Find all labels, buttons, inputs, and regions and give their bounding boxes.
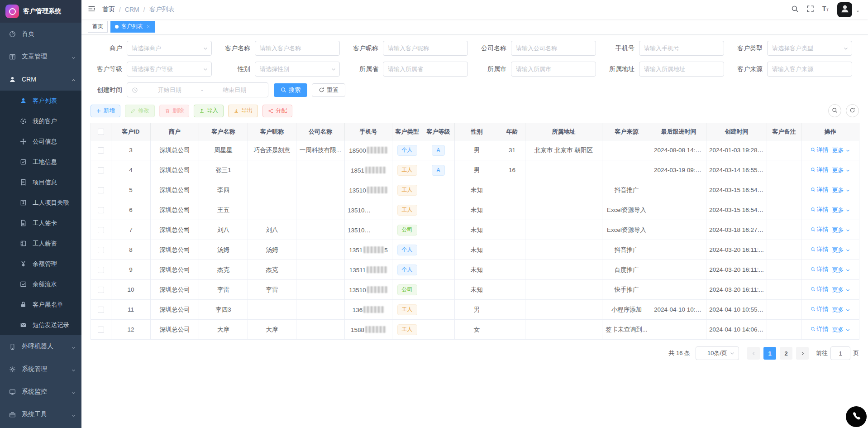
tab-home[interactable]: 首页 — [88, 21, 108, 33]
more-link[interactable]: 更多 — [832, 166, 850, 174]
detail-link[interactable]: 详情 — [811, 146, 829, 154]
app-logo[interactable]: 客户管理系统 — [0, 0, 81, 23]
detail-link[interactable]: 详情 — [811, 305, 829, 313]
created-time-range-picker[interactable]: 开始日期-结束日期 — [127, 82, 268, 97]
sidebar-item-crm[interactable]: CRM — [0, 68, 81, 91]
customer-nickname-input[interactable] — [383, 41, 468, 56]
close-icon[interactable] — [146, 24, 151, 29]
detail-link[interactable]: 详情 — [811, 206, 829, 214]
row-checkbox[interactable] — [98, 327, 104, 333]
sidebar-item-balance-flow[interactable]: 余额流水 — [0, 274, 81, 294]
next-page-button[interactable] — [796, 347, 809, 360]
row-checkbox[interactable] — [98, 247, 104, 253]
customer-level-select[interactable] — [127, 62, 212, 77]
sidebar-item-balance-management[interactable]: 余额管理 — [0, 254, 81, 274]
reset-button[interactable]: 重置 — [312, 83, 345, 97]
customer-source-input[interactable] — [772, 66, 847, 72]
customer-level-input[interactable] — [132, 66, 207, 72]
phone-input[interactable] — [639, 41, 724, 56]
city-input[interactable] — [516, 66, 591, 72]
more-link[interactable]: 更多 — [832, 186, 850, 194]
company-name-input[interactable] — [511, 41, 596, 56]
sidebar-item-system-management[interactable]: 系统管理 — [0, 358, 81, 380]
add-button[interactable]: 新增 — [91, 105, 120, 117]
sidebar-item-worker-sign-card[interactable]: 工人签卡 — [0, 213, 81, 233]
edit-button[interactable]: 修改 — [125, 105, 155, 117]
customer-name-input[interactable] — [260, 45, 335, 52]
detail-link[interactable]: 详情 — [811, 325, 829, 333]
address-input[interactable] — [639, 62, 724, 77]
sidebar-item-company-info[interactable]: 公司信息 — [0, 131, 81, 152]
phone-input[interactable] — [644, 45, 719, 52]
row-checkbox[interactable] — [98, 227, 104, 233]
search-button[interactable] — [791, 5, 799, 14]
row-checkbox[interactable] — [98, 207, 104, 213]
detail-link[interactable]: 详情 — [811, 245, 829, 254]
export-button[interactable]: 导出 — [228, 105, 258, 117]
sidebar-item-system-tools[interactable]: 系统工具 — [0, 403, 81, 426]
font-size-button[interactable]: TT — [822, 5, 830, 14]
row-checkbox[interactable] — [98, 287, 104, 293]
goto-page-input[interactable] — [830, 346, 850, 360]
avatar[interactable] — [837, 2, 852, 17]
row-checkbox[interactable] — [98, 187, 104, 193]
avatar-menu-caret[interactable] — [856, 7, 860, 17]
fullscreen-button[interactable] — [806, 5, 814, 14]
search-submit-button[interactable]: 搜索 — [274, 83, 307, 97]
more-link[interactable]: 更多 — [832, 326, 850, 334]
merchant-select[interactable] — [127, 41, 212, 56]
gender-select[interactable] — [255, 62, 340, 77]
customer-nickname-input[interactable] — [388, 45, 463, 52]
sidebar-item-home[interactable]: 首页 — [0, 23, 81, 45]
customer-type-input[interactable] — [772, 45, 847, 52]
sidebar-item-site-info[interactable]: 工地信息 — [0, 152, 81, 172]
more-link[interactable]: 更多 — [832, 146, 850, 154]
tab-customer-list[interactable]: 客户列表 — [110, 21, 155, 33]
row-checkbox[interactable] — [98, 147, 104, 154]
more-link[interactable]: 更多 — [832, 286, 850, 294]
page-size-select[interactable]: 10条/页 — [696, 346, 739, 360]
more-link[interactable]: 更多 — [832, 306, 850, 314]
refresh-button[interactable] — [846, 104, 859, 117]
more-link[interactable]: 更多 — [832, 226, 850, 234]
address-input[interactable] — [644, 66, 719, 72]
hide-search-button[interactable] — [828, 104, 841, 117]
delete-button[interactable]: 删除 — [159, 105, 189, 117]
select-all-checkbox[interactable] — [98, 129, 104, 135]
page-button-2[interactable]: 2 — [780, 347, 792, 360]
sidebar-item-outbound-robot[interactable]: 外呼机器人 — [0, 335, 81, 358]
more-link[interactable]: 更多 — [832, 266, 850, 274]
page-button-1[interactable]: 1 — [763, 347, 776, 360]
sidebar-item-article-management[interactable]: 文章管理 — [0, 45, 81, 68]
customer-name-input[interactable] — [255, 41, 340, 56]
province-input[interactable] — [383, 62, 468, 77]
province-input[interactable] — [388, 66, 463, 72]
more-link[interactable]: 更多 — [832, 206, 850, 214]
detail-link[interactable]: 详情 — [811, 166, 829, 174]
row-checkbox[interactable] — [98, 167, 104, 173]
sidebar-item-customer-list[interactable]: 客户列表 — [0, 91, 81, 111]
more-link[interactable]: 更多 — [832, 246, 850, 254]
assign-button[interactable]: 分配 — [262, 105, 292, 117]
sidebar-item-worker-project-link[interactable]: 工人项目关联 — [0, 192, 81, 213]
row-checkbox[interactable] — [98, 267, 104, 273]
row-checkbox[interactable] — [98, 307, 104, 313]
detail-link[interactable]: 详情 — [811, 285, 829, 293]
detail-link[interactable]: 详情 — [811, 186, 829, 194]
detail-link[interactable]: 详情 — [811, 265, 829, 274]
sidebar-toggle-button[interactable] — [88, 5, 95, 14]
sidebar-item-project-info[interactable]: 项目信息 — [0, 172, 81, 192]
sidebar-item-worker-salary[interactable]: 工人薪资 — [0, 233, 81, 254]
sidebar-item-system-monitor[interactable]: 系统监控 — [0, 380, 81, 403]
company-name-input[interactable] — [516, 45, 591, 52]
sidebar-item-customer-blacklist[interactable]: 客户黑名单 — [0, 294, 81, 315]
customer-source-input[interactable] — [767, 62, 852, 77]
breadcrumb-item[interactable]: 首页 — [102, 5, 115, 14]
sidebar-item-my-customers[interactable]: 我的客户 — [0, 111, 81, 131]
city-input[interactable] — [511, 62, 596, 77]
import-button[interactable]: 导入 — [194, 105, 224, 117]
detail-link[interactable]: 详情 — [811, 226, 829, 234]
customer-type-select[interactable] — [767, 41, 852, 56]
phone-fab-button[interactable] — [846, 406, 867, 427]
sidebar-item-sms-records[interactable]: 短信发送记录 — [0, 315, 81, 335]
